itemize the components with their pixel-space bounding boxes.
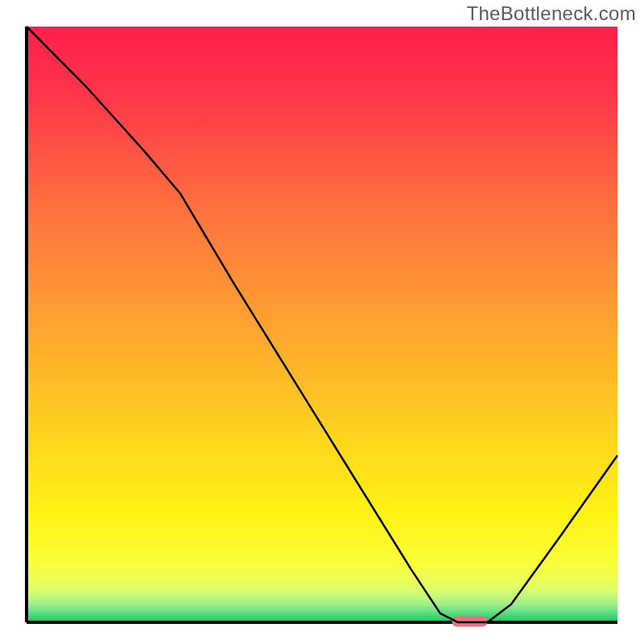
watermark-text: TheBottleneck.com: [466, 2, 636, 25]
gradient-background: [27, 27, 617, 622]
bottleneck-chart: [0, 0, 644, 644]
chart-container: TheBottleneck.com: [0, 0, 644, 644]
